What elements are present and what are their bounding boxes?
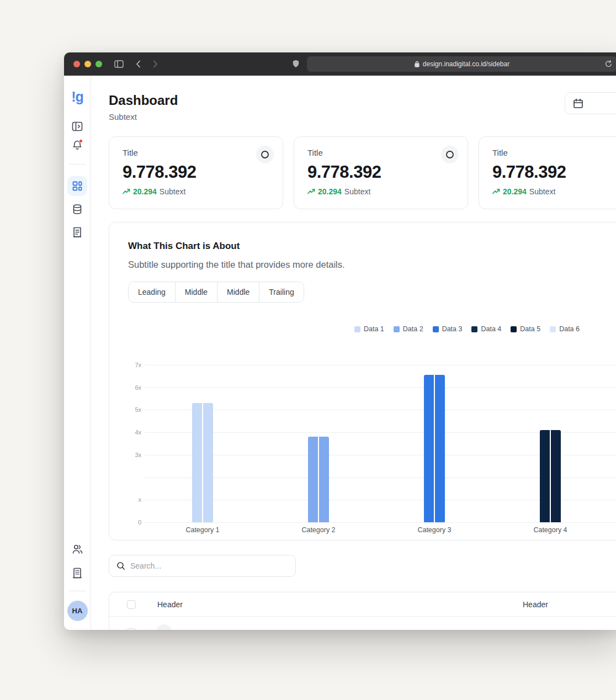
row-avatar <box>156 624 172 630</box>
legend-item[interactable]: Data 1 <box>354 325 384 333</box>
x-axis-labels: Category 1Category 2Category 3Category 4 <box>145 526 616 534</box>
stat-card: Title9.778.39220.294Subtext <box>479 136 616 209</box>
trend-up-icon <box>492 188 500 195</box>
y-axis-tick: 5x <box>128 406 141 413</box>
bar-column <box>376 365 492 522</box>
sidebar-item-database[interactable] <box>71 203 84 216</box>
bar-category-1[interactable] <box>192 403 213 522</box>
lock-icon <box>415 61 419 67</box>
x-axis-label: Category 3 <box>376 526 492 534</box>
page-title: Dashboard <box>109 92 616 108</box>
url-text: design.inadigital.co.id/sidebar <box>423 60 509 68</box>
table-header-cell: Header <box>157 600 183 609</box>
collapse-sidebar-icon[interactable] <box>71 120 84 133</box>
address-bar[interactable]: design.inadigital.co.id/sidebar <box>307 56 616 72</box>
legend-swatch <box>394 326 400 332</box>
sidebar-item-users[interactable] <box>71 543 84 556</box>
y-axis-tick: 7x <box>128 362 141 368</box>
dashboard-grid-icon <box>72 181 83 192</box>
stat-card: Title9.778.39220.294Subtext <box>109 136 283 209</box>
stat-card-status-button[interactable] <box>441 146 459 163</box>
main-content: Dashboard Subtext Title9.778.39220.294Su… <box>91 76 616 630</box>
user-avatar[interactable]: HA <box>67 601 88 621</box>
x-axis-label: Category 2 <box>261 526 376 534</box>
stat-card-trend-value: 20.294 <box>133 187 157 196</box>
close-window-button[interactable] <box>73 61 80 67</box>
browser-chrome: design.inadigital.co.id/sidebar <box>64 52 616 76</box>
stat-card-title: Title <box>307 148 323 157</box>
chart-title: What This Chart is About <box>128 240 616 252</box>
segment-leading-0[interactable]: Leading <box>129 282 175 302</box>
reload-icon[interactable] <box>605 60 612 68</box>
legend-item[interactable]: Data 5 <box>511 325 540 333</box>
bar-chart: 7x6x5x4x3xx0 Category 1Category 2Categor… <box>145 365 616 534</box>
back-button[interactable] <box>136 60 141 68</box>
stat-card-title: Title <box>492 148 508 157</box>
x-axis-label: Category 1 <box>145 526 261 534</box>
circle-icon <box>261 150 269 159</box>
stat-card-title: Title <box>123 148 138 157</box>
notification-badge <box>79 139 83 143</box>
legend-item[interactable]: Data 2 <box>394 325 423 333</box>
select-all-checkbox[interactable] <box>127 600 136 609</box>
legend-swatch <box>433 326 439 332</box>
table-search <box>109 555 296 577</box>
legend-item[interactable]: Data 3 <box>433 325 463 333</box>
table-header-cell: Header <box>523 600 548 609</box>
stat-card-trend-value: 20.294 <box>318 187 342 196</box>
minimize-window-button[interactable] <box>84 61 91 67</box>
x-axis-label: Category 4 <box>492 526 608 534</box>
legend-label: Data 4 <box>481 325 501 333</box>
zoom-window-button[interactable] <box>95 61 102 67</box>
sidebar-divider <box>69 591 86 591</box>
bar-column <box>145 365 261 522</box>
row-checkbox[interactable] <box>127 628 136 630</box>
bar-category-3[interactable] <box>424 375 445 522</box>
trend-up-icon <box>307 188 315 195</box>
privacy-shield-icon[interactable] <box>293 60 299 68</box>
y-axis-tick: 4x <box>128 429 141 436</box>
sidebar-item-dashboard[interactable] <box>67 176 87 196</box>
trend-up-icon <box>123 188 130 195</box>
segment-trailing-3[interactable]: Trailing <box>259 282 303 302</box>
search-input[interactable] <box>130 561 295 570</box>
sidebar-item-organization[interactable] <box>71 566 84 580</box>
y-axis-tick: 3x <box>128 452 141 458</box>
stat-card-value: 9.778.392 <box>123 162 269 182</box>
legend-swatch <box>354 326 360 332</box>
sidebar: !g <box>64 76 91 630</box>
stat-card-trend-value: 20.294 <box>503 187 527 196</box>
stat-card-status-button[interactable] <box>256 146 274 163</box>
sidebar-toggle-icon[interactable] <box>114 60 124 68</box>
chart-card: What This Chart is About Subtitle suppor… <box>109 222 616 540</box>
forward-button[interactable] <box>153 60 158 68</box>
bar-column <box>492 365 608 522</box>
browser-window: design.inadigital.co.id/sidebar !g <box>64 52 616 630</box>
bars-layer <box>145 365 608 522</box>
app-logo: !g <box>71 89 83 105</box>
legend-label: Data 3 <box>442 325 463 333</box>
legend-label: Data 6 <box>559 325 580 333</box>
stat-card-trend-label: Subtext <box>344 187 370 196</box>
stat-card-value: 9.778.392 <box>492 162 616 182</box>
stat-cards-row: Title9.778.39220.294SubtextTitle9.778.39… <box>109 136 616 209</box>
table-header-row: Header Header <box>109 592 616 617</box>
building-icon <box>72 568 82 579</box>
chart-legend: Data 1Data 2Data 3Data 4Data 5Data 6 <box>354 325 580 333</box>
chart-segmented-control: LeadingMiddleMiddleTrailing <box>128 282 304 303</box>
sidebar-item-receipts[interactable] <box>71 226 84 239</box>
segment-middle-2[interactable]: Middle <box>217 282 259 302</box>
date-picker-button[interactable] <box>565 92 616 114</box>
table-row[interactable]: TextText <box>109 617 616 630</box>
bar-category-4[interactable] <box>540 430 561 522</box>
segment-middle-1[interactable]: Middle <box>175 282 217 302</box>
sidebar-divider <box>69 164 86 165</box>
legend-item[interactable]: Data 4 <box>471 325 501 333</box>
search-icon <box>116 561 125 570</box>
notifications-bell-icon[interactable] <box>71 139 84 152</box>
y-axis-tick: 6x <box>128 384 141 391</box>
legend-item[interactable]: Data 6 <box>550 325 580 333</box>
table-cell: Text <box>183 628 198 630</box>
circle-icon <box>445 150 454 159</box>
bar-category-2[interactable] <box>308 437 329 522</box>
